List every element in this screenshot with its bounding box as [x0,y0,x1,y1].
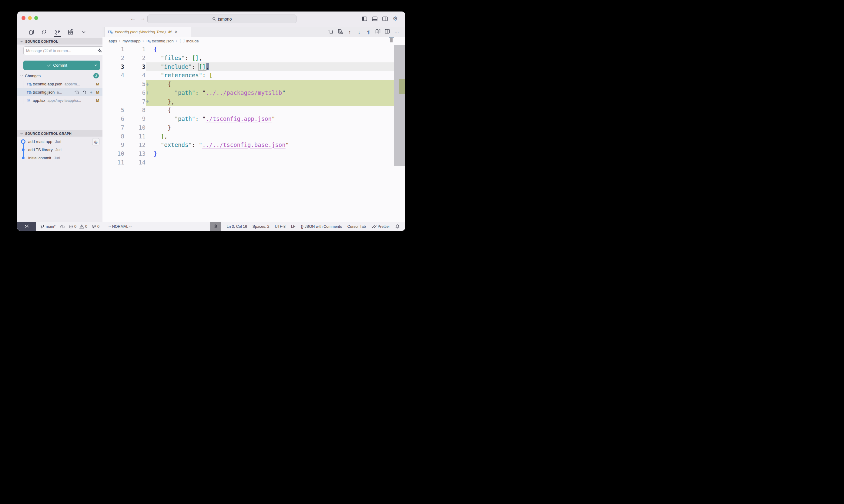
sidebar: SOURCE CONTROL Message (⌘⏎ to comm... Co… [17,26,102,222]
publish-status-item[interactable] [60,224,65,229]
more-views-chevron-icon[interactable] [80,28,87,36]
code-content[interactable]: { [146,106,394,114]
code-content[interactable]: "path": "./tsconfig.app.json" [146,114,394,123]
code-line[interactable]: 7+ }, [102,97,405,106]
code-line[interactable]: 11{ [102,45,405,54]
code-line[interactable]: 58 { [102,106,405,114]
previous-change-icon[interactable]: ↑ [347,29,352,35]
code-line[interactable]: 710 } [102,123,405,132]
source-control-graph-header[interactable]: SOURCE CONTROL GRAPH [17,130,102,137]
command-center-search[interactable]: tsmono [147,15,296,23]
ports-status-item[interactable]: 0 [91,224,100,229]
code-content[interactable]: "references": [ [146,71,394,80]
code-line[interactable]: 1114 [102,158,405,167]
code-line[interactable]: 811 ], [102,132,405,141]
code-token: " [282,89,285,96]
more-actions-icon[interactable]: ⋯ [394,29,400,35]
scrollbar[interactable] [394,45,405,222]
code-token [154,80,168,87]
cursor-position-item[interactable]: Ln 3, Col 16 [226,224,247,229]
map-icon[interactable] [375,29,381,35]
commit-dropdown-button[interactable] [91,62,100,68]
close-window-button[interactable] [21,16,25,20]
settings-gear-icon[interactable]: ⚙ [393,16,398,22]
code-line[interactable]: 44 "references": [ [102,71,405,80]
extensions-icon[interactable] [67,28,74,36]
code-line[interactable]: 6+ "path": "../../packages/mytslib" [102,88,405,97]
maximize-window-button[interactable] [34,16,38,20]
whitespace-toggle-icon[interactable]: ¶ [366,29,372,35]
search-view-icon[interactable] [41,28,48,36]
back-button[interactable]: ← [130,14,136,23]
open-changes-icon[interactable] [328,29,334,35]
errors-status-item[interactable]: 0 0 [69,224,87,229]
change-row[interactable]: TS⚙tsconfig.app.jsonapps/m...M [17,80,102,88]
next-change-icon[interactable]: ↓ [356,29,362,35]
breadcrumb-item[interactable]: TS⚙tsconfig.json [146,39,173,43]
notifications-item[interactable] [395,224,400,229]
checkout-target-icon[interactable]: ◎ [92,138,100,145]
code-content[interactable]: } [146,123,394,132]
change-row[interactable]: ⚛app.tsxapps/myviteapp/sr...M [17,96,102,105]
toggle-primary-sidebar-icon[interactable] [362,16,367,21]
language-mode-item[interactable]: {} JSON with Comments [301,224,342,229]
file-name: tsconfig.json [33,90,55,94]
sparkle-icon[interactable] [98,49,102,53]
commit-message-input[interactable]: Message (⌘⏎ to comm... [23,46,105,55]
compare-search-icon[interactable] [338,29,343,35]
eol-item[interactable]: LF [291,224,296,229]
code-line[interactable]: 33 "include": [], [102,62,405,71]
search-value: tsmono [218,17,232,21]
breadcrumb-item[interactable]: myviteapp [122,39,140,43]
source-control-view-icon[interactable] [54,28,61,36]
code-content[interactable]: ], [146,132,394,141]
code-content[interactable]: } [146,149,394,158]
remote-indicator-button[interactable] [17,222,36,231]
code-token: , [164,133,167,140]
code-content[interactable]: "extends": "../../tsconfig.base.json" [146,141,394,149]
code-line[interactable]: 1013} [102,149,405,158]
explorer-icon[interactable] [28,28,35,36]
scrollbar-slider[interactable] [394,45,405,166]
code-line[interactable]: 22 "files": [], [102,54,405,62]
forward-button[interactable]: → [140,14,145,23]
breadcrumb-item[interactable]: apps [108,39,117,43]
stage-changes-icon[interactable]: + [90,90,92,94]
open-file-icon[interactable] [74,90,79,94]
changes-section-header[interactable]: Changes 3 [17,72,102,79]
indentation-item[interactable]: Spaces: 2 [253,224,270,229]
code-line[interactable]: 5+ { [102,80,405,88]
code-content[interactable]: "files": [], [146,54,394,62]
toggle-panel-icon[interactable] [372,16,377,21]
original-line-number: 9 [102,141,128,149]
code-token [154,133,161,140]
vim-mode-indicator[interactable]: -- NORMAL -- [108,224,132,229]
close-tab-icon[interactable]: ✕ [175,30,178,34]
commit-row[interactable]: Initial commitJuri [17,154,102,162]
commit-row[interactable]: add react appJuri◎ [17,138,102,146]
commit-button[interactable]: Commit [23,60,100,70]
code-line[interactable]: 912 "extends": "../../tsconfig.base.json… [102,141,405,149]
diff-editor[interactable]: 11{22 "files": [],33 "include": [],44 "r… [102,45,405,222]
formatter-item[interactable]: Prettier [372,224,390,229]
code-content[interactable] [146,158,394,167]
code-line[interactable]: 69 "path": "./tsconfig.app.json" [102,114,405,123]
code-content[interactable]: "path": "../../packages/mytslib" [146,88,394,97]
discard-changes-icon[interactable] [82,90,87,94]
tab-tsconfig-working-tree[interactable]: TS⚙ tsconfig.json (Working Tree) M ✕ [104,26,191,37]
encoding-item[interactable]: UTF-8 [275,224,285,229]
breadcrumb-item[interactable]: [ ]include [179,39,199,43]
change-row[interactable]: TS⚙tsconfig.jsona...+M [17,88,102,96]
code-content[interactable]: "include": [], [146,62,394,71]
code-content[interactable]: { [146,80,394,88]
minimize-window-button[interactable] [28,16,32,20]
source-control-section-header[interactable]: SOURCE CONTROL [17,38,102,44]
code-content[interactable]: { [146,45,394,54]
commit-row[interactable]: add TS libraryJuri [17,146,102,154]
cursor-tab-item[interactable]: Cursor Tab [347,224,366,229]
branch-status-item[interactable]: main* [40,224,55,229]
zoom-indicator-button[interactable] [210,222,221,231]
split-editor-icon[interactable] [384,29,390,35]
code-content[interactable]: }, [146,97,394,106]
toggle-secondary-sidebar-icon[interactable] [382,16,388,21]
